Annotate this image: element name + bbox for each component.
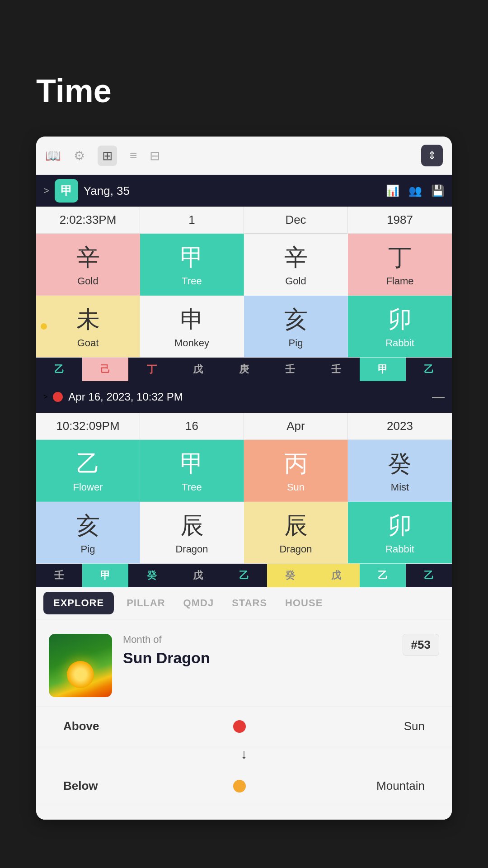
stem-cell1-3: 丁 Flame <box>348 234 452 296</box>
section2-chevron[interactable]: > <box>43 393 47 401</box>
ss1-5: 壬 <box>267 358 313 381</box>
datetime-row1: 2:02:33PM 1 Dec 1987 <box>36 207 452 234</box>
save-icon[interactable]: 💾 <box>431 184 445 197</box>
ss1-1: 己 <box>82 358 128 381</box>
ss2-3: 戊 <box>175 564 221 587</box>
section1-label: Yang, 35 <box>84 184 380 198</box>
ss1-0: 乙 <box>36 358 82 381</box>
below-dot-area <box>145 780 334 793</box>
arrow-row: ↓ <box>36 746 452 766</box>
branch-cell1-0: 未 Goat <box>36 296 140 357</box>
time-cell1: 2:02:33PM <box>36 207 140 233</box>
people-icon[interactable]: 👥 <box>408 184 422 197</box>
day-cell2: 16 <box>140 413 244 439</box>
branch-cell2-1: 辰 Dragon <box>140 502 244 563</box>
day-cell1: 1 <box>140 207 244 233</box>
ss1-2: 丁 <box>128 358 174 381</box>
sun-graphic <box>67 661 94 688</box>
branch-cell1-1: 申 Monkey <box>140 296 244 357</box>
tab-pillar[interactable]: PILLAR <box>117 587 174 619</box>
small-stems-row1: 乙 己 丁 戊 庚 壬 壬 甲 乙 <box>36 358 452 381</box>
ss1-4: 庚 <box>221 358 267 381</box>
section1-chevron[interactable]: > <box>43 185 49 197</box>
small-stems-row2: 壬 甲 癸 戊 乙 癸 戊 乙 乙 <box>36 564 452 587</box>
branches-row1: 未 Goat 申 Monkey 亥 Pig 卯 Rabbit <box>36 296 452 358</box>
ss2-8: 乙 <box>406 564 452 587</box>
stems-row2: 乙 Flower 甲 Tree 丙 Sun 癸 Mist <box>36 440 452 502</box>
explore-info: Month of Sun Dragon <box>123 634 392 667</box>
explore-image <box>49 634 112 697</box>
tabs-row: EXPLORE PILLAR QMDJ STARS HOUSE <box>36 587 452 619</box>
section1-icons: 📊 👥 💾 <box>386 184 445 197</box>
ss1-7: 甲 <box>360 358 406 381</box>
ss1-6: 壬 <box>313 358 359 381</box>
section2-bar: > Apr 16, 2023, 10:32 PM — <box>36 381 452 413</box>
bar-chart-icon[interactable]: 📊 <box>386 184 399 197</box>
above-dot-area <box>145 720 334 733</box>
main-card: 📖 ⚙ ⊞ ≡ ⊟ ⇕ > 甲 Yang, 35 📊 👥 💾 2:02:33PM… <box>36 137 452 820</box>
month-cell1: Dec <box>244 207 348 233</box>
above-value: Sun <box>334 719 425 733</box>
book-icon[interactable]: 📖 <box>45 148 61 163</box>
section1-symbol: 甲 <box>55 179 78 203</box>
section1-bar: > 甲 Yang, 35 📊 👥 💾 <box>36 175 452 207</box>
stem-cell1-2: 辛 Gold <box>244 234 348 296</box>
stem-cell2-3: 癸 Mist <box>348 440 452 502</box>
explore-title: Sun Dragon <box>123 649 392 667</box>
arrow-container: ↓ <box>241 746 248 762</box>
menu-icon[interactable]: ≡ <box>130 148 137 163</box>
below-dot <box>233 780 246 793</box>
grid-icon[interactable]: ⊞ <box>98 146 117 166</box>
below-value: Mountain <box>334 779 425 793</box>
ss2-6: 戊 <box>313 564 359 587</box>
branch-cell2-3: 卯 Rabbit <box>348 502 452 563</box>
ss1-3: 戊 <box>175 358 221 381</box>
stem-cell2-0: 乙 Flower <box>36 440 140 502</box>
above-dot <box>233 720 246 733</box>
tab-qmdj[interactable]: QMDJ <box>174 587 223 619</box>
table-icon[interactable]: ⊟ <box>150 148 160 163</box>
recording-dot <box>53 392 63 402</box>
time-cell2: 10:32:09PM <box>36 413 140 439</box>
section2-dash[interactable]: — <box>432 390 445 404</box>
height-icon-button[interactable]: ⇕ <box>421 145 443 166</box>
ss1-8: 乙 <box>406 358 452 381</box>
branch-cell2-0: 亥 Pig <box>36 502 140 563</box>
ss2-1: 甲 <box>82 564 128 587</box>
gear-icon[interactable]: ⚙ <box>74 148 85 163</box>
year-cell2: 2023 <box>348 413 452 439</box>
above-row: Above Sun <box>36 707 452 746</box>
year-cell1: 1987 <box>348 207 452 233</box>
section2-date-label: Apr 16, 2023, 10:32 PM <box>68 391 427 403</box>
dot-indicator <box>41 323 47 330</box>
ss2-5: 癸 <box>267 564 313 587</box>
ss2-7: 乙 <box>360 564 406 587</box>
explore-subtitle: Month of <box>123 634 392 646</box>
stem-cell1-0: 辛 Gold <box>36 234 140 296</box>
branch-cell2-2: 辰 Dragon <box>244 502 348 563</box>
arrow-down-icon: ↓ <box>241 746 248 762</box>
branch-cell1-3: 卯 Rabbit <box>348 296 452 357</box>
tab-stars[interactable]: STARS <box>223 587 276 619</box>
below-row: Below Mountain <box>36 766 452 806</box>
toolbar: 📖 ⚙ ⊞ ≡ ⊟ ⇕ <box>36 137 452 175</box>
stems-row1: 辛 Gold 甲 Tree 辛 Gold 丁 Flame <box>36 234 452 296</box>
stem-cell2-2: 丙 Sun <box>244 440 348 502</box>
branch-cell1-2: 亥 Pig <box>244 296 348 357</box>
explore-badge: #53 <box>403 634 439 656</box>
explore-card: Month of Sun Dragon #53 <box>36 619 452 707</box>
ss2-4: 乙 <box>221 564 267 587</box>
page-title: Time <box>0 0 488 137</box>
branches-row2: 亥 Pig 辰 Dragon 辰 Dragon 卯 Rabbit <box>36 502 452 564</box>
datetime-row2: 10:32:09PM 16 Apr 2023 <box>36 413 452 440</box>
ss2-2: 癸 <box>128 564 174 587</box>
tab-explore[interactable]: EXPLORE <box>43 592 114 614</box>
month-cell2: Apr <box>244 413 348 439</box>
above-label: Above <box>63 719 145 733</box>
below-label: Below <box>63 779 145 793</box>
stem-cell2-1: 甲 Tree <box>140 440 244 502</box>
tab-house[interactable]: HOUSE <box>276 587 332 619</box>
toolbar-left: 📖 ⚙ ⊞ ≡ ⊟ <box>45 146 160 166</box>
ss2-0: 壬 <box>36 564 82 587</box>
stem-cell1-1: 甲 Tree <box>140 234 244 296</box>
